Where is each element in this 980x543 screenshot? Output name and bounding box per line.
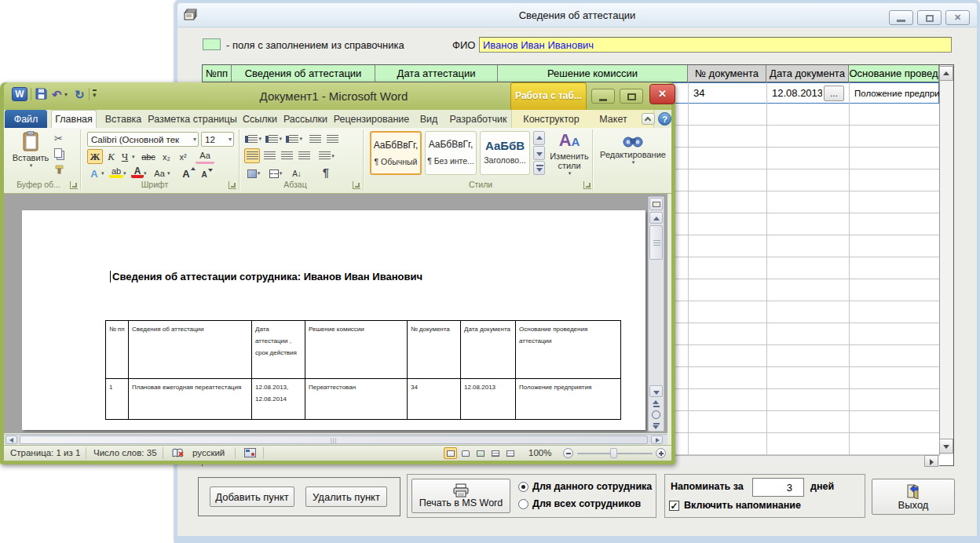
word-vertical-scrollbar[interactable] — [648, 196, 664, 432]
doc-cell[interactable]: Плановая ежегодная переаттестация — [129, 379, 252, 420]
radio-current-employee[interactable] — [518, 482, 528, 492]
doc-cell[interactable]: Положение предприятия — [516, 379, 621, 420]
column-header-svedeniya[interactable]: Сведения об аттестации — [232, 65, 375, 82]
change-case-button[interactable]: Аа — [152, 166, 167, 180]
collapse-ribbon-button[interactable] — [642, 113, 655, 125]
doc-cell[interactable]: 12.08.2013, 12.08.2014 — [252, 379, 305, 420]
help-button[interactable]: ? — [658, 112, 671, 126]
change-case-dropdown-icon[interactable]: ▾ — [167, 170, 170, 177]
text-effects-dropdown-icon[interactable]: ▾ — [101, 170, 104, 177]
doc-hscroll-thumb[interactable]: ||| — [20, 435, 648, 444]
radio-all-employees-label[interactable]: Для всех сотрудников — [532, 498, 641, 509]
styles-scroll-down[interactable] — [533, 146, 545, 160]
contextual-group-tab[interactable]: Работа с таб... — [510, 82, 587, 110]
highlight-button[interactable]: ab — [109, 166, 123, 178]
change-styles-button[interactable]: АA Изменить стили ▾ — [547, 131, 591, 180]
previous-page-button[interactable] — [649, 399, 663, 410]
minimize-button[interactable] — [889, 10, 913, 25]
close-button[interactable]: ✕ — [945, 10, 970, 25]
doc-scroll-down[interactable] — [649, 385, 663, 397]
styles-dialog-launcher[interactable] — [583, 181, 591, 189]
column-header-reshenie[interactable]: Решение комиссии — [498, 65, 688, 82]
editing-button[interactable]: Редактирование ▾ — [596, 133, 670, 180]
word-minimize-button[interactable] — [591, 89, 615, 104]
tab-page-layout[interactable]: Разметка страницы — [147, 110, 238, 128]
word-titlebar[interactable]: W ↶ ▾ ↻ ▾ Документ1 - Microsoft Word Раб… — [4, 82, 671, 110]
radio-current-employee-label[interactable]: Для данного сотрудника — [532, 481, 652, 492]
font-color-dropdown-icon[interactable]: ▾ — [144, 170, 147, 177]
document-heading[interactable]: Сведения об аттестации сотрудника: Ивано… — [110, 271, 422, 282]
numbering-button[interactable]: ▾ — [265, 132, 282, 146]
tab-view[interactable]: Вид — [414, 110, 444, 128]
ruler-toggle-button[interactable] — [649, 198, 663, 210]
cell-basis[interactable]: Положение предприят — [850, 83, 940, 103]
spellcheck-icon[interactable] — [172, 448, 185, 460]
column-header-npp[interactable]: №пп — [203, 65, 232, 82]
reminder-days-input[interactable] — [752, 478, 804, 497]
macro-record-icon[interactable] — [244, 448, 256, 457]
align-right-button[interactable] — [279, 148, 294, 163]
word-close-button[interactable]: ✕ — [649, 84, 675, 104]
fio-input[interactable] — [479, 37, 952, 53]
styles-more-button[interactable] — [533, 161, 545, 175]
superscript-button[interactable]: x² — [175, 149, 191, 164]
date-picker-button[interactable]: ... — [824, 86, 844, 101]
font-name-combo[interactable]: Calibri (Основной тек▾ — [87, 132, 199, 147]
tab-references[interactable]: Ссылки — [240, 110, 280, 128]
underline-button[interactable]: Ч — [119, 149, 131, 164]
paragraph-dialog-launcher[interactable] — [353, 181, 360, 189]
style-heading1[interactable]: АаБбВ Заголово... — [480, 131, 530, 175]
doc-cell[interactable]: 34 — [408, 379, 461, 420]
print-to-word-button[interactable]: Печать в MS Word — [411, 479, 510, 513]
align-left-button[interactable] — [244, 148, 260, 163]
grid-vertical-scrollbar[interactable] — [939, 65, 953, 455]
doc-scroll-thumb[interactable] — [649, 225, 663, 260]
column-header-data-att[interactable]: Дата аттестации — [375, 65, 498, 82]
bullets-button[interactable]: ▾ — [244, 132, 261, 146]
doc-scroll-up[interactable] — [649, 212, 663, 224]
radio-all-employees[interactable] — [518, 499, 528, 509]
word-maximize-button[interactable] — [620, 89, 643, 104]
paste-button[interactable]: Вставить ▾ — [12, 131, 49, 180]
styles-scroll-up[interactable] — [533, 131, 545, 145]
save-icon[interactable] — [35, 88, 47, 103]
font-dialog-launcher[interactable] — [229, 181, 236, 189]
doc-cell[interactable]: 1 — [106, 379, 129, 420]
line-spacing-button[interactable]: ▾ — [316, 148, 337, 163]
tab-developer[interactable]: Разработчик — [445, 110, 511, 128]
tab-table-design[interactable]: Конструктор — [516, 110, 587, 128]
scroll-down-button[interactable] — [939, 439, 953, 454]
underline-dropdown-icon[interactable]: ▾ — [132, 154, 135, 160]
select-browse-object-button[interactable] — [652, 410, 660, 419]
word-logo-icon[interactable]: W — [12, 87, 27, 101]
borders-button[interactable]: ▾ — [266, 166, 285, 180]
enable-reminder-checkbox[interactable]: ✓ — [669, 501, 679, 511]
exit-button[interactable]: Выход — [872, 479, 955, 515]
undo-icon[interactable]: ↶ — [52, 88, 62, 102]
clear-formatting-button[interactable]: Аа — [196, 149, 214, 164]
tab-insert[interactable]: Вставка — [101, 110, 145, 128]
doc-scroll-left[interactable] — [5, 435, 17, 444]
zoom-level[interactable]: 100% — [528, 448, 551, 457]
doc-th[interactable]: Сведения об аттестации — [129, 321, 252, 379]
page-count[interactable]: Страница: 1 из 1 — [10, 448, 80, 457]
style-normal[interactable]: АаБбВвГг, ¶ Обычный — [370, 131, 422, 175]
tab-review[interactable]: Рецензирование — [331, 110, 412, 128]
style-no-spacing[interactable]: АаБбВвГг, ¶ Без инте... — [425, 131, 477, 175]
shading-button[interactable]: ▾ — [244, 166, 263, 180]
print-layout-view-button[interactable] — [444, 447, 457, 459]
scroll-right-button[interactable] — [924, 455, 938, 467]
language-indicator[interactable]: русский — [192, 448, 225, 457]
scroll-up-button[interactable] — [939, 66, 953, 81]
titlebar[interactable]: Сведения об аттестации ✕ — [177, 3, 977, 27]
document-page[interactable]: Сведения об аттестации сотрудника: Ивано… — [22, 210, 645, 430]
outline-view-button[interactable] — [488, 447, 502, 459]
tab-home[interactable]: Главная — [51, 110, 97, 128]
next-page-button[interactable] — [649, 421, 663, 432]
tab-mailings[interactable]: Рассылки — [282, 110, 329, 128]
add-item-button[interactable]: Добавить пункт — [210, 487, 294, 507]
multilevel-list-button[interactable]: ▾ — [285, 132, 302, 146]
word-count[interactable]: Число слов: 35 — [93, 448, 157, 457]
sort-button[interactable]: А↓ — [288, 166, 305, 180]
zoom-slider-thumb[interactable] — [610, 448, 617, 458]
